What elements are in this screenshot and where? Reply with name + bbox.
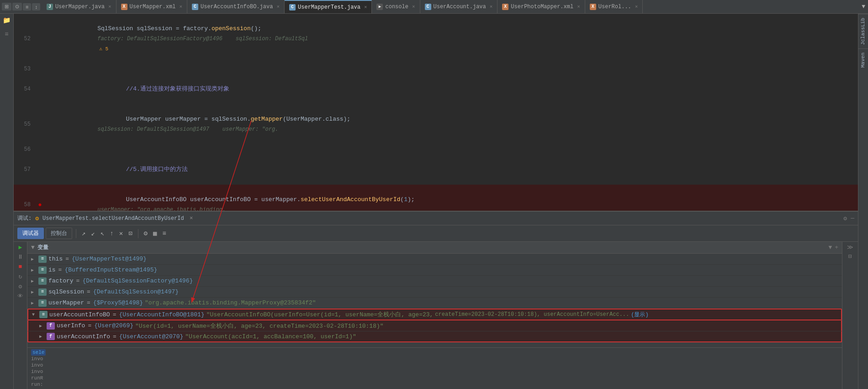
project-icon[interactable]: 📁 bbox=[3, 15, 11, 26]
tab-icon-java: J bbox=[47, 4, 53, 10]
collapse-icon[interactable]: ⊟ bbox=[848, 253, 852, 260]
debug-session-name[interactable]: UserMapperTest.selectUserAndAccountByUse… bbox=[42, 215, 184, 222]
var-expand-factory[interactable]: ▶ bbox=[31, 278, 38, 284]
warning-icon: ⚠ 5 bbox=[99, 46, 108, 52]
main-window: ⊞ ⊙ ≡ ↕ J UserMapper.java × X UserMapper… bbox=[0, 0, 868, 389]
pause-icon[interactable]: ⏸ bbox=[17, 254, 23, 261]
debug-left-strip: ▶ ⏸ ■ ↻ ⚙ 👁 bbox=[14, 242, 27, 389]
var-row-is: ▶ = is = {BufferedInputStream@1495} bbox=[27, 265, 842, 276]
tab-close[interactable]: × bbox=[179, 4, 182, 10]
debug-close-session[interactable]: × bbox=[190, 215, 193, 222]
var-expand-is[interactable]: ▶ bbox=[31, 267, 38, 273]
settings-icon[interactable]: ⚙ bbox=[142, 229, 149, 238]
code-content: UserMapper userMapper = sqlSession.getMa… bbox=[46, 104, 858, 144]
tab-nav-btn[interactable]: ⊙ bbox=[12, 3, 22, 11]
tab-UserPhotoMapper[interactable]: X UserPhotoMapper.xml × bbox=[498, 0, 585, 14]
run-to-cursor-icon[interactable]: ↑ bbox=[108, 229, 115, 238]
list-icon[interactable]: ≡ bbox=[160, 229, 168, 238]
tab-close[interactable]: × bbox=[276, 4, 280, 10]
left-toolbar: 📁 ≡ bbox=[0, 14, 14, 389]
rerun-icon[interactable]: ↻ bbox=[19, 273, 22, 280]
tab-label: UserAccount.java bbox=[434, 4, 486, 10]
tab-UserMapperTest[interactable]: C UserMapperTest.java × bbox=[285, 0, 372, 14]
debug-settings-icon[interactable]: ⚙ bbox=[843, 215, 847, 222]
tab-split-btn[interactable]: ≡ bbox=[23, 3, 31, 11]
filter-icon[interactable]: ▼ bbox=[828, 244, 832, 251]
tab-UserAccountInfoBO[interactable]: C UserAccountInfoBO.java × bbox=[187, 0, 285, 14]
line-number: 55 bbox=[14, 119, 34, 129]
tab-close-btn[interactable]: ↕ bbox=[32, 3, 40, 11]
step-into-icon[interactable]: ↙ bbox=[89, 229, 96, 238]
tab-close[interactable]: × bbox=[412, 4, 415, 10]
var-value-userInfo-ref: {User@2069} bbox=[94, 322, 133, 329]
code-line-56: 56 bbox=[14, 144, 858, 155]
tab-overflow-btn[interactable]: ▼ bbox=[859, 3, 868, 10]
line-gutter-breakpoint[interactable]: ● bbox=[34, 200, 46, 210]
debug-header: 调试: ⚙ UserMapperTest.selectUserAndAccoun… bbox=[14, 212, 858, 225]
var-type-icon-userInfo: f bbox=[47, 322, 55, 330]
tab-UserMapper-xml[interactable]: X UserMapper.xml × bbox=[116, 0, 187, 14]
tab-label: console bbox=[385, 4, 408, 10]
tab-UserRole[interactable]: X UserRol... × bbox=[585, 0, 643, 14]
var-expand-this[interactable]: ▶ bbox=[31, 256, 38, 262]
tab-close[interactable]: × bbox=[490, 4, 493, 10]
debug-toolbar: 调试器 控制台 ↗ ↙ ↖ ↑ ✕ ⊡ ⚙ ▦ ≡ bbox=[14, 225, 858, 242]
var-expand-userInfo[interactable]: ▶ bbox=[39, 323, 47, 329]
var-row-sqlSession: ▶ = sqlSession = {DefaultSqlSession@1497… bbox=[27, 287, 842, 298]
grid-icon[interactable]: ▦ bbox=[151, 229, 159, 238]
structure-icon[interactable]: ≡ bbox=[5, 29, 8, 40]
tab-bar-controls: ⊞ ⊙ ≡ ↕ bbox=[2, 3, 40, 11]
tab-console[interactable]: ▶ console × bbox=[372, 0, 420, 14]
resume-icon[interactable]: ▶ bbox=[19, 244, 22, 251]
var-expand-sqlSession[interactable]: ▶ bbox=[31, 289, 38, 295]
tab-icon-role: X bbox=[590, 4, 596, 10]
eye-icon[interactable]: 👁 bbox=[17, 293, 23, 300]
evaluate-icon[interactable]: ✕ bbox=[117, 229, 125, 238]
breakpoint-icon[interactable]: ● bbox=[38, 200, 42, 210]
tab-icon-account: C bbox=[425, 4, 431, 10]
settings2-icon[interactable]: ⚙ bbox=[19, 283, 22, 290]
step-out-icon[interactable]: ↖ bbox=[99, 229, 106, 238]
expand-right-icon[interactable]: ≫ bbox=[847, 244, 853, 251]
invo-item-1: invo bbox=[31, 356, 838, 362]
stop-icon[interactable]: ■ bbox=[19, 263, 22, 270]
tab-close[interactable]: × bbox=[635, 4, 638, 10]
var-type-icon: = bbox=[38, 256, 47, 263]
tab-layout-btn[interactable]: ⊞ bbox=[2, 3, 11, 11]
add-watch-icon[interactable]: + bbox=[835, 244, 838, 251]
toolbar-separator-2 bbox=[138, 229, 138, 238]
var-row-this: ▶ = this = {UserMapperTest@1499} bbox=[27, 254, 842, 265]
line-number: 58 bbox=[14, 200, 34, 210]
tab-UserAccount[interactable]: C UserAccount.java × bbox=[420, 0, 498, 14]
step-over-icon[interactable]: ↗ bbox=[80, 229, 87, 238]
var-equals: = bbox=[87, 299, 90, 306]
debugger-tab-btn[interactable]: 调试器 bbox=[17, 228, 44, 239]
var-value-factory: {DefaultSqlSessionFactory@1496} bbox=[82, 277, 193, 284]
var-equals: = bbox=[87, 288, 90, 295]
tab-close[interactable]: × bbox=[108, 4, 111, 10]
jclasslib-label[interactable]: JclassLib bbox=[858, 14, 868, 48]
var-type-icon: = bbox=[39, 311, 48, 318]
tab-UserMapper-java[interactable]: J UserMapper.java × bbox=[42, 0, 116, 14]
show-more-link[interactable]: (显示) bbox=[631, 311, 648, 319]
var-value-userAccountInfoBO-ref: {UserAccountInfoBO@1801} bbox=[119, 311, 204, 318]
var-expand-userAccountInfo[interactable]: ▶ bbox=[39, 334, 47, 339]
var-equals: = bbox=[65, 256, 69, 262]
tab-close[interactable]: × bbox=[364, 5, 367, 10]
maven-label[interactable]: Maven bbox=[858, 48, 868, 71]
tab-close[interactable]: × bbox=[577, 4, 580, 10]
code-content: //4.通过连接对象获得接口实现类对象 bbox=[46, 74, 858, 104]
sele-item[interactable]: sele bbox=[31, 350, 838, 355]
drop-frame-icon[interactable]: ⊡ bbox=[127, 229, 134, 238]
run-items: sele invo invo invo runR run: bbox=[27, 347, 842, 389]
var-expand-userAccountInfoBO[interactable]: ▼ bbox=[32, 312, 39, 317]
tab-label: UserMapperTest.java bbox=[298, 4, 360, 11]
var-expand-userMapper[interactable]: ▶ bbox=[31, 300, 38, 306]
vars-expand-icon: ▼ bbox=[31, 244, 35, 251]
debug-minimize-icon[interactable]: — bbox=[851, 215, 854, 222]
var-type-icon: = bbox=[38, 266, 47, 274]
console-tab-btn[interactable]: 控制台 bbox=[46, 228, 72, 239]
tab-label: UserRol... bbox=[598, 4, 631, 10]
var-type-icon: = bbox=[38, 277, 47, 285]
variables-header: ▼ 变量 ▼ + bbox=[27, 242, 842, 254]
